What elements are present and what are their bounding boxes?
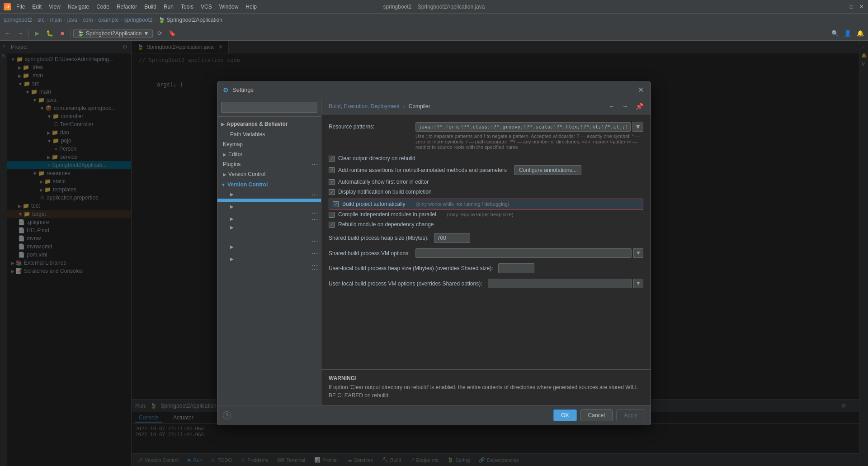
cb-clear-output[interactable] <box>329 156 335 162</box>
cb-display-notification-label: Display notification on build completion <box>338 189 432 195</box>
user-vm-expand-btn[interactable]: ▼ <box>633 279 643 288</box>
nav-forward-icon[interactable]: → <box>622 103 628 110</box>
menu-refactor[interactable]: Refactor <box>113 2 141 12</box>
menu-view[interactable]: View <box>45 2 64 12</box>
nav-item-docker[interactable]: ▶ <box>217 243 321 251</box>
menu-vcs[interactable]: VCS <box>197 2 216 12</box>
nav-item-debugger[interactable]: ▶ <box>217 202 321 211</box>
vm-options-input[interactable] <box>415 248 632 258</box>
menu-code[interactable]: Code <box>93 2 113 12</box>
cancel-button[interactable]: Cancel <box>580 409 613 421</box>
nav-back-icon[interactable]: ← <box>609 103 615 110</box>
window-title: springboot2 – Springboot2Application.jav… <box>383 4 485 10</box>
toolbar-notifications-btn[interactable]: 🔔 <box>854 28 866 39</box>
user-vm-input[interactable] <box>488 279 632 288</box>
nav-item-package-search[interactable]: ⋯ <box>217 263 321 267</box>
toolbar-sync-btn[interactable]: ⟳ <box>154 28 165 39</box>
maximize-button[interactable]: □ <box>848 4 854 10</box>
dialog-title-text: Settings <box>232 86 254 93</box>
settings-content: Build, Execution, Deployment › Compiler … <box>321 98 651 405</box>
breadcrumb-java[interactable]: java <box>67 17 77 23</box>
nav-item-compiler[interactable] <box>217 199 321 202</box>
breadcrumb-com[interactable]: com <box>83 17 93 23</box>
close-button[interactable]: ✕ <box>858 4 864 10</box>
content-breadcrumb-current: Compiler <box>409 103 430 109</box>
breadcrumb-example[interactable]: example <box>98 17 118 23</box>
nav-item-android[interactable]: ▶ <box>217 223 321 232</box>
configure-annotations-btn[interactable]: Configure annotations... <box>514 165 581 175</box>
nav-label: Editor <box>228 151 242 157</box>
cb-display-notification[interactable] <box>329 189 335 195</box>
cb-rebuild-on-change[interactable] <box>329 222 335 228</box>
menu-navigate[interactable]: Navigate <box>64 2 93 12</box>
breadcrumb-src[interactable]: src <box>38 17 45 23</box>
arrow-icon: ▶ <box>223 152 226 157</box>
menu-window[interactable]: Window <box>216 2 242 12</box>
settings-search <box>217 98 321 117</box>
dropdown-arrow-icon: ▼ <box>143 30 149 37</box>
heap-size-input[interactable] <box>434 233 470 243</box>
nav-item-java-profiler[interactable]: ▶ <box>217 255 321 263</box>
cb-compile-parallel[interactable] <box>329 212 335 218</box>
minimize-button[interactable]: ─ <box>838 4 844 10</box>
resource-patterns-expand-btn[interactable]: ▼ <box>632 122 643 132</box>
menu-file[interactable]: File <box>13 2 28 12</box>
run-config-selector[interactable]: 🍃 Springboot2Application ▼ <box>73 29 153 38</box>
breadcrumb-springboot2[interactable]: springboot2 <box>4 17 32 23</box>
arrow-icon: ▶ <box>223 172 226 177</box>
help-icon[interactable]: ? <box>223 411 231 419</box>
apply-button[interactable]: Apply <box>616 409 645 421</box>
menu-edit[interactable]: Edit <box>28 2 45 12</box>
resource-patterns-input[interactable] <box>415 122 631 132</box>
nav-item-coverage[interactable]: ⋯ <box>217 239 321 243</box>
nav-item-editor[interactable]: ▶ Editor <box>217 149 321 159</box>
toolbar-profile-btn[interactable]: 👤 <box>842 28 854 39</box>
user-heap-input[interactable] <box>498 263 534 273</box>
cb-show-error[interactable] <box>329 179 335 185</box>
heap-size-label: Shared build process heap size (Mbytes): <box>329 233 429 241</box>
nav-item-required-plugins[interactable]: ⋯ <box>217 267 321 271</box>
toolbar-bookmark-btn[interactable]: 🔖 <box>166 28 178 39</box>
settings-search-input[interactable] <box>221 102 317 113</box>
main-area: P S Project ⚙ ▼ 📁 springboot2 D:\Users\A… <box>0 41 868 466</box>
nav-item-android-config[interactable] <box>217 232 321 235</box>
toolbar-search-btn[interactable]: 🔍 <box>829 28 841 39</box>
toolbar-stop-icon[interactable]: ■ <box>57 28 68 39</box>
dialog-close-button[interactable]: ✕ <box>636 86 645 95</box>
menu-help[interactable]: Help <box>242 2 260 12</box>
nav-item-gradle-android[interactable]: ⋯ <box>217 251 321 255</box>
content-breadcrumb-parent[interactable]: Build, Execution, Deployment <box>329 103 400 109</box>
user-heap-label: User-local build process heap size (Mbyt… <box>329 263 493 271</box>
nav-label: Appearance & Behavior <box>226 121 288 127</box>
cb-add-runtime[interactable] <box>329 167 335 173</box>
toolbar-back-btn[interactable]: ← <box>2 28 14 39</box>
dialog-title-area: ⚙ Settings <box>223 86 254 94</box>
breadcrumb-springboot2-pkg[interactable]: springboot2 <box>124 17 153 23</box>
menu-tools[interactable]: Tools <box>177 2 197 12</box>
nav-item-build-tools[interactable]: ▶ ⋯ <box>217 190 321 199</box>
cb-show-error-label: Automatically show first error in editor <box>338 179 429 185</box>
nav-item-trusted-locations[interactable] <box>217 278 321 281</box>
cb-build-auto[interactable] <box>333 201 339 207</box>
nav-item-plugins[interactable]: Plugins ⋯ <box>217 159 321 169</box>
content-pin-icon[interactable]: 📌 <box>636 103 643 110</box>
nav-item-vcs[interactable]: ▶ Version Control <box>217 169 321 179</box>
nav-item-run-targets[interactable] <box>217 271 321 274</box>
nav-item-deployment[interactable]: ▶ ⋯ <box>217 214 321 223</box>
nav-item-appearance[interactable]: ▶ Appearance & Behavior <box>217 119 321 129</box>
menu-run[interactable]: Run <box>160 2 177 12</box>
nav-item-testing[interactable] <box>217 274 321 278</box>
toolbar-forward-btn[interactable]: → <box>14 28 26 39</box>
nav-item-path-variables[interactable]: Path Variables <box>217 129 321 139</box>
nav-item-remote-jar[interactable]: ⋯ <box>217 211 321 214</box>
breadcrumb-main[interactable]: main <box>50 17 62 23</box>
menu-build[interactable]: Build <box>141 2 160 12</box>
nav-item-app-servers[interactable] <box>217 235 321 239</box>
toolbar-debug-icon[interactable]: 🐛 <box>44 28 56 39</box>
nav-item-keymap[interactable]: Keymap <box>217 139 321 149</box>
nav-item-build-execution[interactable]: ▼ Version Control <box>217 179 321 190</box>
toolbar-run-icon[interactable]: ▶ <box>31 28 43 39</box>
nav-dots: ⋯ <box>311 214 318 223</box>
ok-button[interactable]: OK <box>553 409 576 421</box>
vm-options-expand-btn[interactable]: ▼ <box>633 248 643 258</box>
